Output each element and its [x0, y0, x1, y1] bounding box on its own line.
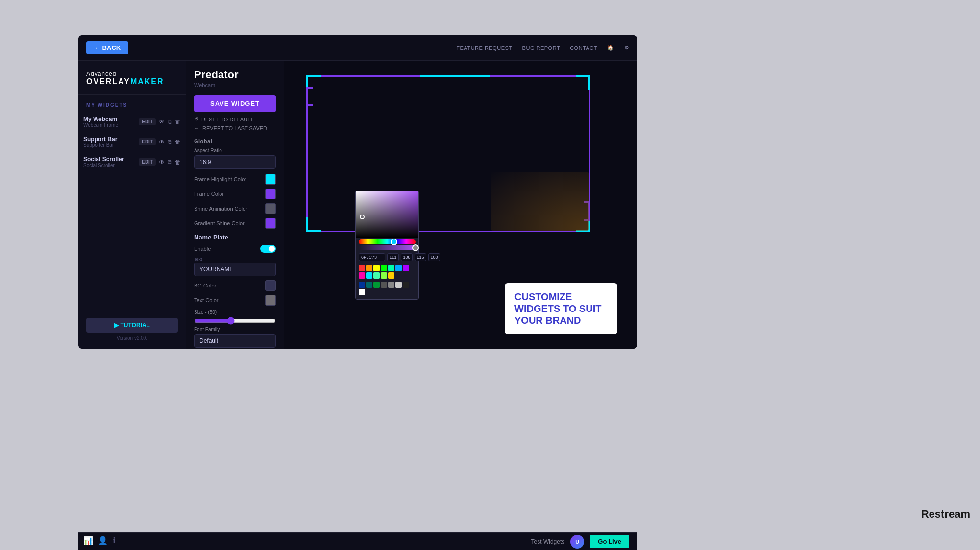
- widget-name-support: Support Bar: [83, 136, 117, 143]
- color-gradient-area[interactable]: [356, 191, 418, 238]
- swatch-orange[interactable]: [366, 265, 372, 271]
- swatch-gold[interactable]: [388, 272, 394, 279]
- copy-icon-support[interactable]: ⧉: [168, 139, 172, 145]
- gradient-shine-color-swatch[interactable]: [265, 218, 276, 229]
- side-accent-top: [420, 75, 491, 77]
- community-icon[interactable]: 👤: [98, 536, 108, 545]
- sidebar-item-my-webcam[interactable]: My Webcam Webcam Frame EDIT 👁 ⧉ 🗑: [78, 112, 186, 132]
- bg-color-row: BG Color: [194, 280, 276, 291]
- frame-color-swatch[interactable]: [265, 189, 276, 199]
- name-plate-header: Name Plate: [194, 234, 276, 241]
- analytics-icon[interactable]: 📊: [83, 536, 93, 545]
- copy-icon-webcam[interactable]: ⧉: [168, 119, 172, 125]
- swatch-lime[interactable]: [373, 272, 380, 279]
- font-family-label: Font Family: [194, 327, 276, 332]
- color-hue-bar[interactable]: [359, 239, 416, 244]
- logo-overlay: OVERLAY: [86, 77, 130, 86]
- swatch-green[interactable]: [381, 265, 387, 271]
- text-color-swatch[interactable]: [265, 295, 276, 306]
- back-button[interactable]: ← BACK: [86, 41, 128, 54]
- revert-to-last-saved-row[interactable]: ← REVERT TO LAST SAVED: [194, 125, 276, 131]
- swatch-blue[interactable]: [395, 265, 402, 271]
- hex-input[interactable]: [359, 253, 385, 261]
- contact-link[interactable]: CONTACT: [570, 45, 597, 51]
- sidebar: Advanced OVERLAY MAKER MY WIDGETS My Web…: [78, 61, 186, 349]
- swatch-near-black[interactable]: [403, 282, 409, 288]
- r-input[interactable]: [387, 253, 399, 261]
- text-color-label: Text Color: [194, 297, 219, 303]
- frame-color-label: Frame Color: [194, 191, 224, 197]
- hue-handle: [391, 239, 397, 245]
- swatch-yellow[interactable]: [373, 265, 380, 271]
- feature-request-link[interactable]: FEATURE REQUEST: [456, 45, 512, 51]
- settings-icon[interactable]: ⚙: [624, 45, 630, 51]
- swatch-pink[interactable]: [359, 272, 365, 279]
- frame-highlight-color-swatch[interactable]: [265, 174, 276, 185]
- color-circle-handle[interactable]: [360, 215, 365, 219]
- swatch-cyan[interactable]: [366, 272, 372, 279]
- eye-icon-support[interactable]: 👁: [159, 139, 165, 145]
- sidebar-bottom: ▶ TUTORIAL Version v2.0.0: [78, 310, 186, 349]
- size-label: Size - (50): [194, 310, 276, 315]
- color-alpha-bar[interactable]: [359, 245, 416, 250]
- aspect-ratio-select[interactable]: 16:9 4:3 1:1: [194, 155, 276, 169]
- predator-notch-left: [306, 87, 313, 106]
- user-avatar[interactable]: U: [570, 535, 584, 549]
- logo-advanced: Advanced: [86, 71, 178, 77]
- swatch-medium-green[interactable]: [373, 282, 380, 288]
- swatch-teal[interactable]: [388, 265, 394, 271]
- delete-icon-webcam[interactable]: 🗑: [175, 119, 181, 125]
- shine-animation-color-swatch[interactable]: [265, 203, 276, 214]
- test-widgets-label: Test Widgets: [531, 538, 565, 545]
- top-bar: ← BACK FEATURE REQUEST BUG REPORT CONTAC…: [78, 35, 637, 61]
- swatch-gray[interactable]: [388, 282, 394, 288]
- logo-maker: MAKER: [130, 77, 164, 86]
- reset-to-default-row[interactable]: ↺ RESET TO DEFAULT: [194, 116, 276, 122]
- info-icon[interactable]: ℹ: [113, 536, 116, 545]
- preview-area: CUSTOMIZE WIDGETS TO SUIT YOUR BRAND: [284, 61, 637, 349]
- swatch-light-gray[interactable]: [395, 282, 402, 288]
- font-family-select[interactable]: Default Arial: [194, 334, 276, 348]
- swatch-red[interactable]: [359, 265, 365, 271]
- swatch-chartreuse[interactable]: [381, 272, 387, 279]
- delete-icon-support[interactable]: 🗑: [175, 139, 181, 145]
- tutorial-button[interactable]: ▶ TUTORIAL: [86, 318, 178, 333]
- eye-icon-social[interactable]: 👁: [159, 159, 165, 166]
- name-plate-text-input[interactable]: [194, 263, 276, 276]
- edit-btn-webcam[interactable]: EDIT: [139, 118, 156, 125]
- g-input[interactable]: [401, 253, 413, 261]
- enable-toggle[interactable]: [260, 245, 276, 253]
- revert-label: REVERT TO LAST SAVED: [202, 125, 267, 131]
- widget-name-social: Social Scroller: [83, 156, 124, 163]
- delete-icon-social[interactable]: 🗑: [175, 159, 181, 166]
- content-area: Predator Webcam SAVE WIDGET ↺ RESET TO D…: [186, 61, 637, 349]
- frame-highlight-color-row: Frame Highlight Color: [194, 174, 276, 185]
- home-icon[interactable]: 🏠: [607, 45, 614, 51]
- app-body: Advanced OVERLAY MAKER MY WIDGETS My Web…: [78, 61, 637, 349]
- swatch-white[interactable]: [359, 289, 365, 295]
- swatch-dark-gray[interactable]: [381, 282, 387, 288]
- promo-text: CUSTOMIZE WIDGETS TO SUIT YOUR BRAND: [514, 291, 608, 326]
- enable-toggle-row: Enable: [194, 245, 276, 253]
- bug-report-link[interactable]: BUG REPORT: [522, 45, 561, 51]
- widget-sub-webcam: Webcam Frame: [83, 122, 118, 128]
- swatch-dark-teal[interactable]: [366, 282, 372, 288]
- edit-btn-social[interactable]: EDIT: [139, 158, 156, 166]
- edit-btn-support[interactable]: EDIT: [139, 138, 156, 145]
- a-input[interactable]: [428, 253, 440, 261]
- sidebar-item-social-scroller[interactable]: Social Scroller Social Scroller EDIT 👁 ⧉…: [78, 152, 186, 172]
- corner-top-right: [576, 75, 590, 90]
- sidebar-item-support-bar[interactable]: Support Bar Supporter Bar EDIT 👁 ⧉ 🗑: [78, 132, 186, 152]
- copy-icon-social[interactable]: ⧉: [168, 159, 172, 166]
- eye-icon-webcam[interactable]: 👁: [159, 119, 165, 125]
- b-input[interactable]: [415, 253, 426, 261]
- color-hex-row: [356, 251, 418, 263]
- bg-color-swatch[interactable]: [265, 280, 276, 291]
- aspect-ratio-label: Aspect Ratio: [194, 148, 276, 153]
- swatch-purple[interactable]: [403, 265, 409, 271]
- size-slider[interactable]: [194, 317, 276, 325]
- swatch-dark-blue[interactable]: [359, 282, 365, 288]
- save-widget-button[interactable]: SAVE WIDGET: [194, 95, 276, 112]
- go-live-button[interactable]: Go Live: [590, 535, 629, 548]
- swatches-row-2: [356, 280, 418, 296]
